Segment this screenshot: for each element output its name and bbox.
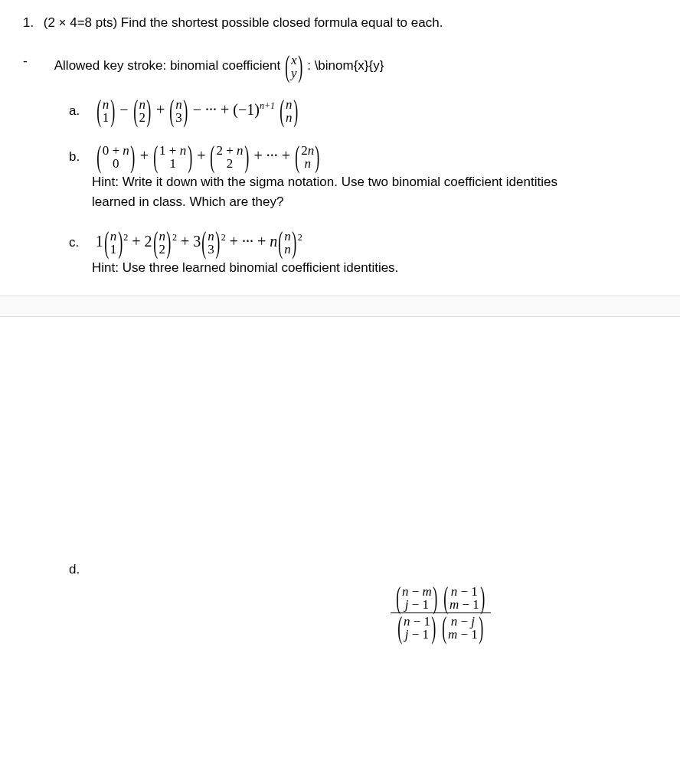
part-b-label: b.: [69, 149, 92, 165]
bullet-dash: -: [23, 54, 37, 69]
part-d-numerator: n − mj − 1 n − 1m − 1: [391, 583, 491, 612]
part-c-hint: Hint: Use three learned binomial coeffic…: [92, 260, 657, 276]
question-number: 1.: [23, 15, 40, 31]
part-d-fraction: n − mj − 1 n − 1m − 1 n − 1j − 1 n − jm …: [391, 583, 491, 642]
part-a-expression: n1 − n2 + n3 − ··· + (−1)n+1 nn: [96, 101, 299, 118]
part-b-expression: 0 + n0 + 1 + n1 + 2 + n2 + ··· + 2nn: [96, 147, 321, 164]
part-d-denominator: n − 1j − 1 n − jm − 1: [391, 612, 491, 642]
question-points-text: (2 × 4=8 pts) Find the shortest possible…: [44, 15, 443, 30]
part-c-label: c.: [69, 235, 92, 250]
part-c-expression: 1n12 + 2n22 + 3n32 + ··· + nnn2: [96, 233, 302, 250]
allowed-latex: \binom{x}{y}: [315, 58, 384, 73]
allowed-prefix: Allowed key stroke: binomial coefficient: [54, 58, 284, 73]
part-a: a. n1 − n2 + n3 − ··· + (−1)n+1 nn: [69, 98, 657, 124]
part-a-label: a.: [69, 103, 92, 119]
part-c: c. 1n12 + 2n22 + 3n32 + ··· + nnn2 Hint:…: [69, 230, 657, 276]
allowed-colon: :: [307, 58, 314, 73]
question-heading: 1. (2 × 4=8 pts) Find the shortest possi…: [23, 15, 657, 31]
part-b: b. 0 + n0 + 1 + n1 + 2 + n2 + ··· + 2nn …: [69, 144, 657, 210]
part-d: d. n − mj − 1 n − 1m − 1 n − 1j − 1 n − …: [69, 562, 657, 642]
allowed-keystroke-row: - Allowed key stroke: binomial coefficie…: [23, 54, 657, 80]
part-d-label: d.: [69, 562, 92, 577]
part-b-hint-line1: Hint: Write it down with the sigma notat…: [92, 175, 657, 190]
separator-strip: [0, 296, 680, 317]
part-b-hint-line2: learned in class. Which are they?: [92, 194, 657, 210]
binom-xy: xy: [284, 54, 304, 80]
